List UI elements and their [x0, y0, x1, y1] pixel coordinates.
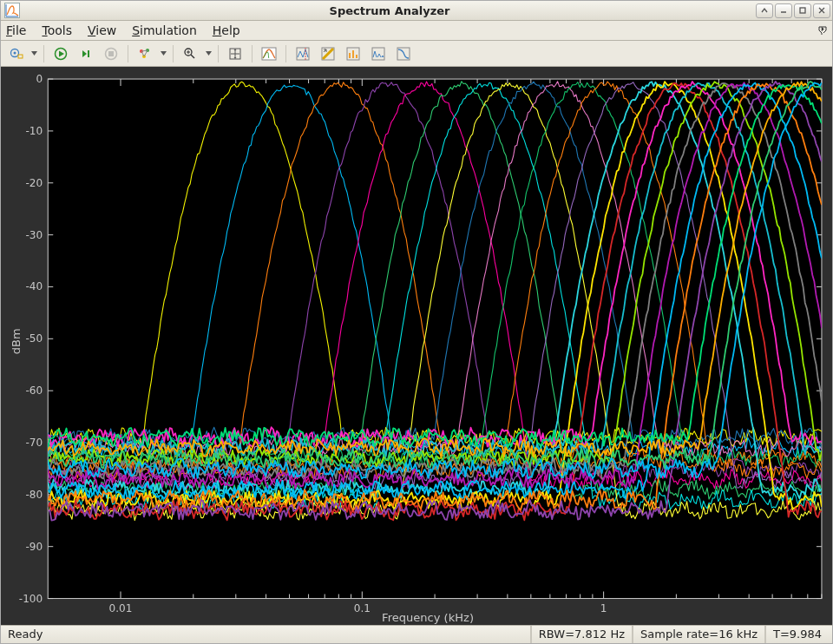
status-sample-rate: Sample rate=16 kHz: [632, 626, 764, 643]
step-button[interactable]: [75, 43, 97, 64]
run-button[interactable]: [49, 43, 72, 64]
plot-area[interactable]: 0.010.110-10-20-30-40-50-60-70-80-90-100…: [1, 67, 832, 625]
status-ready: Ready: [1, 626, 530, 643]
svg-text:-10: -10: [26, 125, 43, 137]
titlebar: Spectrum Analyzer: [1, 1, 832, 21]
x-axis-label: Frequency (kHz): [382, 611, 474, 624]
channel-measure-button[interactable]: [342, 43, 364, 64]
toolbar: [1, 41, 832, 67]
app-icon: [3, 1, 22, 20]
menu-overflow-icon[interactable]: [818, 23, 827, 37]
window-minimize-button[interactable]: [775, 3, 792, 18]
distortion-measure-button[interactable]: [367, 43, 390, 64]
svg-rect-8: [108, 51, 114, 56]
menubar: File Tools View Simulation Help: [1, 21, 832, 41]
svg-text:0: 0: [36, 73, 43, 85]
status-rbw: RBW=7.812 Hz: [530, 626, 632, 643]
menu-tools[interactable]: Tools: [42, 23, 72, 37]
svg-rect-18: [349, 53, 351, 58]
svg-rect-4: [18, 55, 23, 58]
window-title: Spectrum Analyzer: [25, 4, 754, 17]
spectrum-chart[interactable]: 0.010.110-10-20-30-40-50-60-70-80-90-100…: [1, 67, 832, 625]
y-axis-label: dBm: [10, 329, 23, 355]
config-button[interactable]: [4, 43, 27, 64]
svg-rect-6: [88, 50, 89, 57]
menu-help[interactable]: Help: [213, 23, 240, 37]
svg-text:-20: -20: [26, 177, 43, 189]
peak-finder-button[interactable]: [292, 43, 314, 64]
statusbar: Ready RBW=7.812 Hz Sample rate=16 kHz T=…: [1, 625, 832, 643]
menu-simulation[interactable]: Simulation: [132, 23, 197, 37]
svg-text:0.1: 0.1: [354, 602, 371, 614]
svg-rect-1: [800, 8, 805, 13]
svg-text:-40: -40: [26, 281, 43, 293]
window-maximize-button[interactable]: [794, 3, 811, 18]
ccdf-measure-button[interactable]: [392, 43, 415, 64]
svg-text:-80: -80: [26, 489, 43, 501]
svg-text:0.01: 0.01: [109, 602, 133, 614]
menu-view[interactable]: View: [88, 23, 116, 37]
status-time: T=9.984: [764, 626, 832, 643]
window-rollup-button[interactable]: [756, 3, 773, 18]
svg-text:-30: -30: [26, 229, 43, 241]
highlight-dropdown-icon[interactable]: [159, 44, 167, 63]
svg-rect-19: [352, 50, 354, 58]
highlight-button[interactable]: [134, 43, 156, 64]
config-dropdown-icon[interactable]: [30, 44, 38, 63]
autoscale-button[interactable]: [224, 43, 246, 64]
zoom-button[interactable]: [179, 43, 201, 64]
svg-point-3: [14, 51, 16, 54]
window-close-button[interactable]: [813, 3, 830, 18]
spectrum-button[interactable]: [258, 43, 280, 64]
svg-rect-20: [356, 55, 357, 58]
menu-file[interactable]: File: [6, 23, 26, 37]
cursor-measure-button[interactable]: [317, 43, 339, 64]
zoom-dropdown-icon[interactable]: [204, 44, 213, 63]
svg-text:1: 1: [600, 602, 607, 614]
svg-text:-60: -60: [26, 384, 43, 397]
svg-text:-100: -100: [19, 593, 43, 605]
svg-text:-70: -70: [26, 437, 43, 449]
window-buttons: [754, 3, 832, 18]
svg-text:-50: -50: [26, 333, 43, 345]
stop-button[interactable]: [100, 43, 122, 64]
svg-text:-90: -90: [26, 541, 43, 553]
